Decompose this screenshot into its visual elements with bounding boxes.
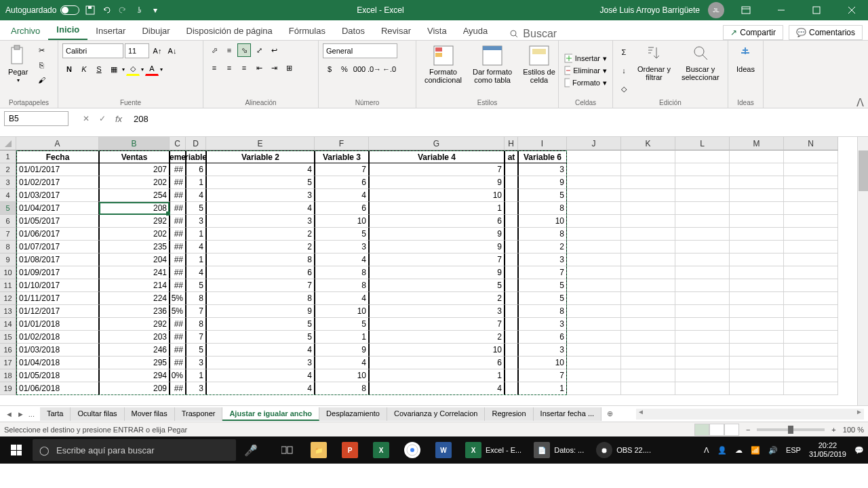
tray-people-icon[interactable]: 👤 — [717, 446, 727, 455]
tab-ayuda[interactable]: Ayuda — [455, 22, 496, 40]
qat-customize-icon[interactable]: ▾ — [150, 5, 161, 16]
comma-icon[interactable]: 000 — [353, 62, 366, 76]
tray-clock[interactable]: 20:22 31/05/2019 — [809, 441, 846, 459]
cell[interactable]: 01/04/2017 — [16, 202, 99, 215]
cell[interactable]: 4 — [186, 241, 206, 253]
cell[interactable] — [505, 266, 518, 279]
save-icon[interactable] — [85, 5, 96, 16]
cell[interactable]: 5 — [518, 292, 567, 305]
cell[interactable]: 8 — [315, 382, 369, 395]
row-header-17[interactable]: 17 — [0, 357, 16, 369]
cell[interactable] — [675, 318, 730, 331]
wrap-text-icon[interactable]: ↩ — [267, 43, 281, 57]
cell[interactable] — [505, 228, 518, 241]
decrease-indent-icon[interactable]: ⇤ — [252, 61, 266, 75]
cell[interactable]: ## — [170, 382, 186, 395]
add-sheet-button[interactable]: ⊕ — [601, 409, 618, 418]
cell[interactable]: 7 — [186, 331, 206, 344]
cell[interactable]: 292 — [99, 215, 170, 228]
cell[interactable]: 7 — [518, 369, 567, 382]
cell[interactable]: ## — [170, 318, 186, 331]
col-header-D[interactable]: D — [186, 137, 206, 150]
mic-icon[interactable]: 🎤 — [236, 436, 266, 464]
cell[interactable]: 9 — [518, 176, 567, 189]
cell[interactable]: Variable 4 — [369, 150, 505, 163]
cell[interactable]: 01/09/2017 — [16, 266, 99, 279]
normal-view-icon[interactable] — [694, 424, 709, 436]
format-table-button[interactable]: Dar formato como tabla — [469, 43, 516, 98]
cell[interactable] — [784, 150, 838, 163]
cell[interactable]: 3 — [186, 215, 206, 228]
cell[interactable] — [567, 189, 621, 202]
row-header-2[interactable]: 2 — [0, 163, 16, 176]
align-left-icon[interactable]: ≡ — [208, 61, 221, 75]
cancel-formula-icon[interactable]: ✕ — [78, 111, 94, 126]
cell[interactable] — [784, 215, 838, 228]
page-break-view-icon[interactable] — [724, 424, 739, 436]
cell[interactable]: 9 — [315, 344, 369, 357]
cell[interactable]: 203 — [99, 331, 170, 344]
col-header-A[interactable]: A — [16, 137, 99, 150]
zoom-in-icon[interactable]: + — [831, 426, 835, 434]
cell[interactable]: 9 — [369, 266, 505, 279]
sheet-tab[interactable]: Desplazamiento — [319, 407, 387, 421]
cell[interactable]: ## — [170, 241, 186, 253]
cell[interactable]: 5% — [170, 305, 186, 318]
cell[interactable]: 3 — [518, 318, 567, 331]
cell[interactable]: 3 — [206, 215, 315, 228]
sheet-nav-prev-icon[interactable]: ◄ — [5, 410, 13, 418]
cell[interactable]: 4 — [315, 357, 369, 369]
cell[interactable]: Variable 3 — [315, 150, 369, 163]
sheet-tab[interactable]: Ocultar filas — [71, 407, 124, 421]
cell[interactable]: ## — [170, 215, 186, 228]
cell[interactable]: 01/06/2017 — [16, 228, 99, 241]
orientation-icon[interactable]: ⤢ — [252, 43, 266, 57]
redo-icon[interactable] — [117, 5, 128, 16]
sheet-nav-next-icon[interactable]: ► — [17, 410, 24, 418]
cell[interactable] — [784, 292, 838, 305]
cell[interactable]: 01/06/2018 — [16, 382, 99, 395]
col-header-K[interactable]: K — [621, 137, 675, 150]
tab-inicio[interactable]: Inicio — [48, 20, 87, 40]
cell[interactable]: 5 — [315, 228, 369, 241]
windows-search-input[interactable]: ◯ Escribe aquí para buscar — [33, 439, 236, 461]
taskbar-datos-window[interactable]: 📄Datos: ... — [528, 436, 589, 464]
row-header-18[interactable]: 18 — [0, 369, 16, 382]
cell[interactable]: 01/01/2017 — [16, 163, 99, 176]
row-header-14[interactable]: 14 — [0, 318, 16, 331]
cell[interactable] — [505, 344, 518, 357]
increase-decimal-icon[interactable]: .0→ — [368, 62, 381, 76]
cell[interactable]: 7 — [206, 279, 315, 292]
cell[interactable] — [621, 292, 675, 305]
cell[interactable]: 5 — [186, 202, 206, 215]
cell[interactable]: 236 — [99, 305, 170, 318]
cell[interactable]: 01/11/2017 — [16, 292, 99, 305]
cell[interactable] — [675, 215, 730, 228]
cell[interactable] — [784, 266, 838, 279]
cell[interactable] — [567, 382, 621, 395]
tab-datos[interactable]: Datos — [334, 22, 373, 40]
vertical-scrollbar[interactable] — [857, 137, 868, 405]
cell[interactable]: 10 — [518, 357, 567, 369]
currency-icon[interactable]: $ — [323, 62, 336, 76]
cell[interactable]: 3 — [315, 241, 369, 253]
cell[interactable]: 3 — [186, 382, 206, 395]
cell[interactable]: 5 — [206, 318, 315, 331]
cell[interactable] — [567, 253, 621, 266]
cell[interactable] — [505, 318, 518, 331]
cell[interactable]: 4 — [206, 344, 315, 357]
col-header-L[interactable]: L — [675, 137, 730, 150]
cell[interactable] — [675, 357, 730, 369]
cell[interactable]: riable — [186, 150, 206, 163]
tab-archivo[interactable]: Archivo — [3, 22, 48, 40]
cell[interactable]: 10 — [518, 215, 567, 228]
cell[interactable] — [784, 253, 838, 266]
cell[interactable] — [784, 382, 838, 395]
cell[interactable] — [730, 150, 784, 163]
cell[interactable]: 01/10/2017 — [16, 279, 99, 292]
tab-vista[interactable]: Vista — [419, 22, 455, 40]
italic-icon[interactable]: K — [77, 62, 91, 76]
cell[interactable] — [621, 279, 675, 292]
ideas-button[interactable]: Ideas — [732, 43, 759, 98]
row-header-12[interactable]: 12 — [0, 292, 16, 305]
